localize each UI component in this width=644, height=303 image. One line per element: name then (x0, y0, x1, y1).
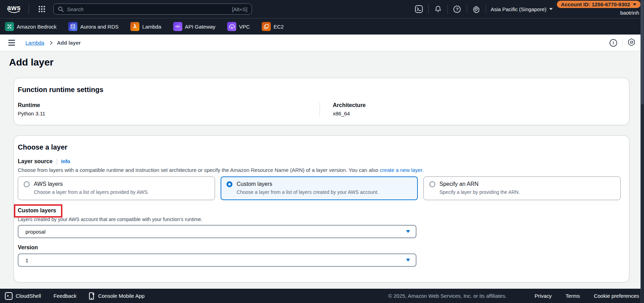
favorite-label: EC2 (274, 24, 284, 30)
search-shortcut: [Alt+S] (232, 6, 247, 12)
aws-logo[interactable]: aws (6, 5, 22, 14)
select-caret-icon (406, 259, 410, 262)
label-divider (57, 158, 57, 165)
select-caret-icon (406, 230, 410, 233)
radio-specify-an-arn[interactable] (429, 181, 435, 187)
version-select[interactable]: 1 (18, 253, 416, 267)
search-icon (58, 6, 64, 12)
favorite-label: Aurora and RDS (80, 24, 118, 30)
ec2-icon (262, 22, 271, 31)
architecture-column: Architecture x86_64 (320, 102, 366, 116)
runtime-card-title: Function runtime settings (18, 86, 621, 94)
favorite-vpc[interactable]: VPC (227, 22, 250, 31)
runtime-column: Runtime Python 3.11 (18, 102, 320, 116)
layer-source-options: AWS layers Choose a layer from a list of… (18, 176, 621, 200)
custom-layer-select[interactable]: proposal (18, 225, 416, 238)
account-id-label: Account ID: 1256-6770-9302 (561, 1, 630, 7)
global-search[interactable]: [Alt+S] (53, 3, 252, 15)
lambda-icon: λ (130, 22, 139, 31)
topbar-divider (29, 4, 29, 14)
topbar-separator (447, 5, 448, 14)
chevron-down-icon (549, 8, 553, 10)
username-label: baotrinh (620, 10, 639, 16)
main-content: Add layer Function runtime settings Runt… (0, 57, 644, 282)
custom-layers-label: Custom layers (18, 207, 56, 213)
terms-link[interactable]: Terms (566, 293, 580, 299)
mobile-app-icon (89, 292, 95, 300)
footer-bar: >_ CloudShell Feedback Console Mobile Ap… (0, 289, 644, 303)
topbar-separator (486, 5, 486, 14)
copyright-text: © 2025, Amazon Web Services, Inc. or its… (388, 293, 507, 299)
topbar-separator (428, 5, 429, 14)
region-label: Asia Pacific (Singapore) (491, 6, 546, 12)
architecture-value: x86_64 (333, 111, 366, 116)
cookie-preferences-link[interactable]: Cookie preferences (594, 293, 639, 299)
runtime-label: Runtime (18, 102, 320, 108)
scrollbar-thumb[interactable] (641, 0, 644, 105)
function-runtime-settings-card: Function runtime settings Runtime Python… (14, 78, 629, 125)
favorite-lambda[interactable]: λ Lambda (130, 22, 161, 31)
favorite-label: Lambda (142, 24, 161, 30)
architecture-label: Architecture (333, 102, 366, 108)
tile-specify-an-arn[interactable]: Specify an ARN Specify a layer by provid… (423, 176, 621, 200)
chevron-down-icon (633, 3, 636, 6)
bedrock-icon (5, 22, 14, 31)
choose-a-layer-card: Choose a layer Layer source Info Choose … (14, 135, 629, 282)
vpc-icon (227, 22, 236, 31)
page-scrollbar[interactable] (641, 0, 644, 303)
info-panel-icon[interactable]: i (610, 39, 617, 47)
runtime-value: Python 3.11 (18, 111, 320, 116)
layer-source-description: Choose from layers with a compatible run… (18, 167, 621, 173)
favorite-aurora-and-rds[interactable]: Aurora and RDS (68, 22, 118, 31)
breadcrumb-separator (622, 38, 622, 47)
breadcrumb-chevron-icon (49, 41, 53, 45)
favorite-label: API Gateway (185, 24, 216, 30)
favorite-ec2[interactable]: EC2 (262, 22, 284, 31)
radio-custom-layers[interactable] (227, 181, 232, 187)
custom-layer-select-value: proposal (25, 229, 406, 235)
region-selector[interactable]: Asia Pacific (Singapore) (491, 6, 553, 12)
favorite-api-gateway[interactable]: </> API Gateway (173, 22, 216, 31)
breadcrumb-current: Add layer (57, 40, 80, 46)
cloudformation-hexagon-icon[interactable] (627, 38, 636, 48)
custom-layers-description: Layers created by your AWS account that … (18, 217, 621, 222)
notifications-bell-icon[interactable] (433, 4, 443, 14)
layer-source-label: Layer source (18, 158, 53, 165)
settings-gear-icon[interactable] (472, 4, 481, 14)
account-id-badge[interactable]: Account ID: 1256-6770-9302 (557, 1, 641, 8)
help-icon[interactable]: ? (452, 4, 462, 14)
privacy-link[interactable]: Privacy (535, 293, 552, 299)
top-navigation-bar: aws [Alt+S] (0, 0, 644, 18)
footer-cloudshell[interactable]: >_ CloudShell (5, 292, 41, 300)
search-input[interactable] (67, 6, 232, 12)
services-menu-icon[interactable] (39, 6, 45, 12)
page-title: Add layer (9, 57, 629, 68)
aurora-rds-icon (68, 22, 77, 31)
version-select-value: 1 (25, 257, 406, 263)
cloudshell-icon[interactable] (414, 4, 424, 14)
breadcrumb-bar: Lambda Add layer i (0, 35, 644, 51)
version-label: Version (18, 244, 621, 251)
radio-aws-layers[interactable] (24, 181, 30, 187)
aws-smile-icon (8, 10, 20, 14)
footer-feedback[interactable]: Feedback (54, 293, 77, 299)
favorite-label: VPC (239, 24, 250, 30)
create-new-layer-link[interactable]: create a new layer. (380, 167, 424, 173)
api-gateway-icon: </> (173, 22, 182, 31)
layer-card-title: Choose a layer (18, 143, 621, 151)
footer-console-mobile-app[interactable]: Console Mobile App (89, 292, 144, 300)
tile-aws-layers[interactable]: AWS layers Choose a layer from a list of… (18, 176, 215, 200)
topbar-separator (467, 5, 467, 14)
favorite-amazon-bedrock[interactable]: Amazon Bedrock (5, 22, 56, 31)
side-menu-icon[interactable] (8, 40, 15, 46)
favorites-bar: Amazon Bedrock Aurora and RDS λ Lambda <… (0, 18, 644, 35)
favorite-label: Amazon Bedrock (17, 24, 56, 30)
tile-custom-layers[interactable]: Custom layers Choose a layer from a list… (221, 176, 418, 200)
cloudshell-terminal-icon: >_ (5, 292, 13, 300)
breadcrumb-lambda-link[interactable]: Lambda (25, 40, 44, 46)
info-link[interactable]: Info (61, 159, 70, 164)
account-area: Account ID: 1256-6770-9302 baotrinh (557, 1, 641, 16)
